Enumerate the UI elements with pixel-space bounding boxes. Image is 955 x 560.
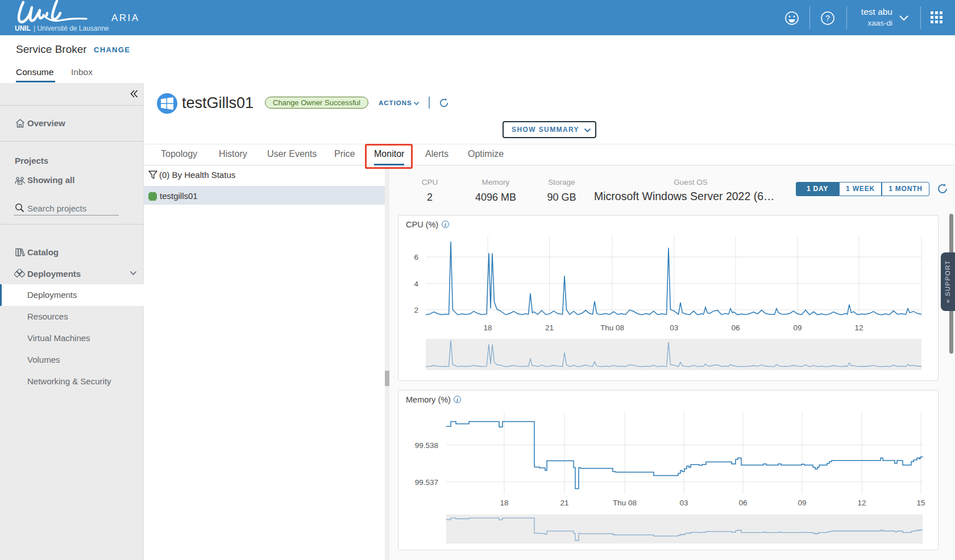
- svg-text:UNIL: UNIL: [15, 24, 31, 32]
- svg-text:?: ?: [825, 14, 830, 23]
- svg-text:| Université de Lausanne: | Université de Lausanne: [34, 24, 109, 32]
